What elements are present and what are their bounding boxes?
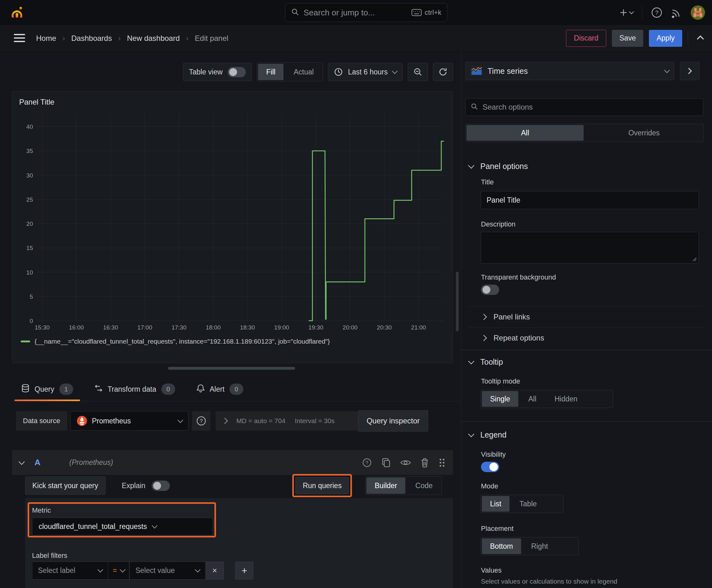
zoom-out-icon [413, 67, 423, 77]
breadcrumb-home[interactable]: Home [36, 34, 56, 43]
collapse-header-button[interactable] [696, 35, 705, 42]
svg-text:25: 25 [26, 196, 33, 203]
help-icon[interactable]: ? [362, 458, 372, 468]
apply-button[interactable]: Apply [649, 30, 682, 47]
clock-icon [334, 67, 343, 76]
datasource-help-button[interactable]: ? [192, 411, 210, 430]
scrollbar-thumb[interactable] [456, 272, 459, 331]
drag-handle-icon[interactable] [438, 458, 446, 468]
legend-visibility-toggle[interactable] [481, 462, 499, 472]
tooltip-all-option[interactable]: All [520, 391, 545, 407]
breadcrumb-separator: › [118, 34, 121, 43]
run-queries-button[interactable]: Run queries [296, 477, 349, 494]
search-icon [471, 103, 478, 111]
placement-right-option[interactable]: Right [523, 538, 556, 554]
query-options-bar[interactable]: MD = auto = 704 Interval = 30s [216, 411, 366, 430]
explain-toggle[interactable] [152, 481, 170, 491]
panel-links-section[interactable]: Panel links [469, 306, 703, 328]
resize-grip-icon[interactable] [692, 256, 697, 261]
remove-filter-button[interactable]: × [206, 562, 224, 580]
time-range-picker[interactable]: Last 6 hours [328, 63, 403, 81]
save-button[interactable]: Save [612, 30, 643, 47]
fill-option[interactable]: Fill [258, 64, 283, 80]
resize-handle[interactable] [168, 367, 295, 370]
chevron-down-icon [468, 162, 474, 169]
select-value-dropdown[interactable]: Select value [129, 562, 206, 580]
eye-icon[interactable] [400, 458, 411, 468]
tab-transform-label: Transform data [108, 385, 156, 394]
zoom-out-button[interactable] [408, 63, 428, 81]
time-series-chart[interactable]: 15:3016:0016:3017:0017:3018:0018:3019:00… [16, 111, 449, 334]
legend-series-label: {__name__="cloudflared_tunnel_total_requ… [35, 338, 330, 345]
select-label-dropdown[interactable]: Select label [32, 562, 108, 580]
legend-section-header[interactable]: Legend [469, 430, 506, 439]
query-inspector-button[interactable]: Query inspector [358, 410, 428, 432]
global-search[interactable]: Search or jump to... ctrl+k [285, 3, 447, 22]
metric-select[interactable]: cloudflared_tunnel_total_requests [32, 518, 213, 535]
table-view-toggle[interactable] [228, 67, 246, 77]
tooltip-single-option[interactable]: Single [482, 391, 518, 407]
prometheus-icon [76, 415, 88, 426]
discard-button[interactable]: Discard [566, 30, 606, 47]
panel-preview: Panel Title 15:3016:0016:3017:0017:3018:… [12, 91, 453, 363]
duplicate-icon[interactable] [382, 458, 391, 468]
overrides-option[interactable]: Overrides [585, 125, 703, 141]
query-row-header[interactable]: A (Prometheus) ? [12, 450, 453, 475]
panel-options-header[interactable]: Panel options [469, 162, 703, 171]
breadcrumb-dashboards[interactable]: Dashboards [71, 34, 112, 43]
tooltip-section-header[interactable]: Tooltip [469, 357, 503, 366]
add-filter-button[interactable]: + [235, 562, 253, 580]
operator-dropdown[interactable]: = [108, 562, 129, 580]
options-search[interactable]: Search options [465, 98, 703, 116]
tab-transform-data[interactable]: Transform data 0 [88, 377, 182, 401]
label-filters-row: Select label = Select value × + [32, 562, 253, 580]
datasource-picker[interactable]: Prometheus [70, 411, 188, 430]
svg-text:15:30: 15:30 [35, 324, 50, 331]
query-row-actions: ? [362, 458, 446, 468]
query-options-stats: MD = auto = 704 [236, 417, 285, 425]
actual-option[interactable]: Actual [285, 64, 322, 80]
chevron-up-icon [696, 35, 705, 41]
transparent-background-toggle[interactable] [481, 285, 499, 295]
grafana-logo-icon[interactable] [9, 5, 24, 20]
transform-icon [94, 384, 103, 394]
breadcrumb-new-dashboard[interactable]: New dashboard [127, 34, 179, 43]
tab-alert[interactable]: Alert 0 [190, 377, 250, 401]
visualization-picker[interactable]: Time series [465, 62, 674, 80]
refresh-button[interactable] [433, 63, 453, 81]
query-datasource-name: (Prometheus) [69, 458, 113, 467]
builder-option[interactable]: Builder [366, 478, 405, 494]
tooltip-hidden-option[interactable]: Hidden [546, 391, 586, 407]
chart-legend[interactable]: {__name__="cloudflared_tunnel_total_requ… [21, 338, 330, 345]
toggle-viz-picker-button[interactable] [680, 62, 699, 80]
tab-query[interactable]: Query 1 [15, 377, 80, 401]
all-option[interactable]: All [467, 125, 584, 141]
legend-list-option[interactable]: List [482, 496, 510, 512]
table-view-label: Table view [189, 68, 222, 76]
svg-text:10: 10 [26, 269, 33, 276]
menu-toggle-icon[interactable] [14, 34, 25, 42]
description-textarea[interactable] [481, 232, 699, 264]
user-avatar[interactable] [691, 5, 705, 20]
help-button[interactable]: ? [651, 7, 662, 18]
editor-tabs: Query 1 Transform data 0 [12, 377, 461, 401]
table-view-control: Table view [183, 63, 252, 81]
query-editor-toolbar: Kick start your query Explain Run querie… [25, 476, 453, 495]
legend-table-option[interactable]: Table [511, 496, 545, 512]
repeat-options-section[interactable]: Repeat options [469, 327, 703, 349]
divider [642, 6, 642, 19]
help-icon: ? [651, 7, 662, 18]
panel-title-input[interactable] [481, 191, 699, 209]
trash-icon[interactable] [420, 458, 429, 468]
news-button[interactable] [671, 7, 682, 18]
visualization-picker-row: Time series [465, 62, 699, 80]
new-button[interactable] [619, 8, 633, 17]
builder-code-segment: Builder Code [365, 476, 442, 495]
placement-bottom-option[interactable]: Bottom [482, 538, 521, 554]
chevron-down-icon [120, 567, 126, 572]
code-option[interactable]: Code [407, 478, 441, 494]
chevron-down-icon[interactable] [19, 459, 25, 465]
datasource-value: Prometheus [92, 417, 131, 425]
chevron-down-icon [195, 567, 201, 572]
kick-start-button[interactable]: Kick start your query [25, 477, 106, 495]
